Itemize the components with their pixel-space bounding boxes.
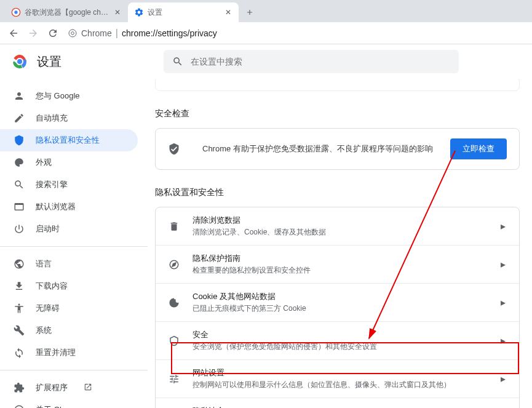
sidebar-item-you-google[interactable]: 您与 Google	[0, 85, 138, 107]
sidebar-item-autofill[interactable]: 自动填充	[0, 107, 138, 129]
sidebar-item-label: 重置并清理	[36, 347, 76, 358]
person-icon	[14, 90, 25, 102]
svg-point-6	[17, 59, 22, 64]
svg-point-7	[15, 406, 23, 408]
sidebar-item-label: 您与 Google	[36, 90, 80, 102]
page-title: 设置	[37, 54, 62, 70]
browser-tab-bar: 谷歌浏览器【google chrome】 ✕ 设置 ✕	[0, 0, 532, 22]
browser-icon	[14, 201, 25, 212]
sidebar-item-downloads[interactable]: 下载内容	[0, 275, 138, 297]
sidebar-item-appearance[interactable]: 外观	[0, 151, 138, 174]
sidebar-item-about[interactable]: 关于 Chrome	[0, 399, 138, 408]
divider	[0, 246, 148, 247]
trash-icon	[168, 220, 180, 233]
svg-point-1	[14, 10, 17, 14]
reload-button[interactable]	[44, 25, 62, 42]
svg-point-10	[172, 301, 173, 302]
extension-icon	[14, 382, 25, 393]
divider	[0, 370, 148, 370]
autofill-icon	[14, 113, 25, 124]
shield-check-icon	[168, 143, 180, 155]
top-card: 开始 外部	[155, 79, 520, 91]
row-title: 网站设置	[193, 367, 501, 378]
chevron-right-icon: ▸	[501, 258, 507, 270]
settings-search[interactable]	[164, 50, 459, 73]
sidebar-item-default-browser[interactable]: 默认浏览器	[0, 196, 138, 218]
security-icon	[168, 335, 180, 347]
address-bar[interactable]: Chrome | chrome://settings/privacy	[64, 25, 527, 42]
back-button[interactable]	[5, 25, 22, 42]
row-cookies[interactable]: Cookie 及其他网站数据 已阻止无痕模式下的第三方 Cookie ▸	[156, 284, 519, 322]
chevron-right-icon: ▸	[501, 297, 507, 308]
row-desc: 已阻止无痕模式下的第三方 Cookie	[193, 303, 501, 314]
row-site-settings[interactable]: 网站设置 控制网站可以使用和显示什么信息（如位置信息、摄像头、弹出式窗口及其他）…	[156, 360, 519, 398]
cookie-icon	[168, 297, 180, 309]
url-host: Chrome	[81, 28, 112, 38]
chevron-right-icon: ▸	[501, 373, 507, 385]
tune-icon	[168, 373, 180, 385]
palette-icon	[14, 157, 25, 168]
wrench-icon	[14, 325, 25, 336]
row-privacy-sandbox[interactable]: 隐私沙盒 试用版功能已开启	[156, 398, 519, 408]
svg-point-11	[172, 303, 173, 305]
tab-title: 谷歌浏览器【google chrome】	[25, 7, 109, 18]
sidebar-item-label: 外观	[36, 157, 52, 168]
power-icon	[14, 223, 25, 234]
row-security[interactable]: 安全 安全浏览（保护您免受危险网站的侵害）和其他安全设置 ▸	[156, 322, 519, 360]
sidebar-item-startup[interactable]: 启动时	[0, 218, 138, 240]
sidebar-item-label: 搜索引擎	[36, 179, 68, 190]
chrome-icon	[14, 404, 25, 408]
chrome-logo-icon	[12, 54, 27, 69]
chrome-favicon	[11, 7, 21, 17]
sidebar-item-label: 无障碍	[36, 303, 60, 314]
settings-header: 设置	[0, 44, 532, 79]
sidebar-item-label: 默认浏览器	[36, 201, 76, 212]
close-icon[interactable]: ✕	[113, 8, 122, 17]
sidebar-item-search[interactable]: 搜索引擎	[0, 174, 138, 196]
section-title-safety: 安全检查	[155, 108, 520, 119]
sidebar-item-label: 系统	[36, 325, 52, 336]
globe-icon	[14, 258, 25, 270]
row-title: Cookie 及其他网站数据	[193, 291, 501, 302]
sidebar-item-label: 下载内容	[36, 281, 68, 292]
new-tab-button[interactable]	[241, 4, 258, 21]
external-link-icon	[84, 383, 92, 393]
browser-tab[interactable]: 谷歌浏览器【google chrome】 ✕	[5, 2, 128, 22]
row-title: 隐私保护指南	[193, 253, 501, 264]
sidebar-item-extensions[interactable]: 扩展程序	[0, 377, 138, 399]
safety-text: Chrome 有助于保护您免受数据泄露、不良扩展程序等问题的影响	[202, 143, 440, 154]
chevron-right-icon: ▸	[501, 220, 507, 232]
row-title: 隐私沙盒	[193, 406, 497, 408]
sidebar-item-language[interactable]: 语言	[0, 253, 138, 275]
compass-icon	[168, 258, 180, 271]
row-clear-data[interactable]: 清除浏览数据 清除浏览记录、Cookie、缓存及其他数据 ▸	[156, 207, 519, 246]
chrome-icon	[68, 28, 77, 38]
forward-button[interactable]	[25, 25, 42, 42]
browser-tab-active[interactable]: 设置 ✕	[128, 2, 239, 22]
svg-point-12	[174, 303, 175, 304]
url-path: chrome://settings/privacy	[122, 28, 217, 38]
close-icon[interactable]: ✕	[224, 8, 232, 17]
search-input[interactable]	[191, 57, 450, 66]
row-desc: 控制网站可以使用和显示什么信息（如位置信息、摄像头、弹出式窗口及其他）	[193, 380, 501, 390]
shield-icon	[14, 135, 25, 146]
svg-point-3	[71, 31, 74, 34]
sidebar-item-label: 隐私设置和安全性	[36, 135, 100, 146]
sidebar-item-reset[interactable]: 重置并清理	[0, 342, 138, 364]
row-privacy-guide[interactable]: 隐私保护指南 检查重要的隐私控制设置和安全控件 ▸	[156, 246, 519, 284]
check-now-button[interactable]: 立即检查	[450, 138, 507, 159]
sidebar-item-label: 启动时	[36, 223, 60, 234]
sidebar-item-privacy[interactable]: 隐私设置和安全性	[0, 129, 138, 151]
tab-title: 设置	[148, 7, 220, 18]
svg-point-2	[69, 30, 76, 37]
main-content: 开始 外部 安全检查 Chrome 有助于保护您免受数据泄露、不良扩展程序等问题…	[148, 79, 532, 408]
sidebar-item-system[interactable]: 系统	[0, 319, 138, 342]
row-desc: 安全浏览（保护您免受危险网站的侵害）和其他安全设置	[193, 342, 501, 352]
sidebar-item-accessibility[interactable]: 无障碍	[0, 297, 138, 319]
privacy-list: 清除浏览数据 清除浏览记录、Cookie、缓存及其他数据 ▸ 隐私保护指南 检查…	[155, 207, 520, 408]
row-desc: 清除浏览记录、Cookie、缓存及其他数据	[193, 227, 501, 238]
row-desc: 检查重要的隐私控制设置和安全控件	[193, 265, 501, 276]
sidebar-item-label: 语言	[36, 258, 52, 270]
accessibility-icon	[14, 303, 25, 314]
row-title: 清除浏览数据	[193, 215, 501, 226]
